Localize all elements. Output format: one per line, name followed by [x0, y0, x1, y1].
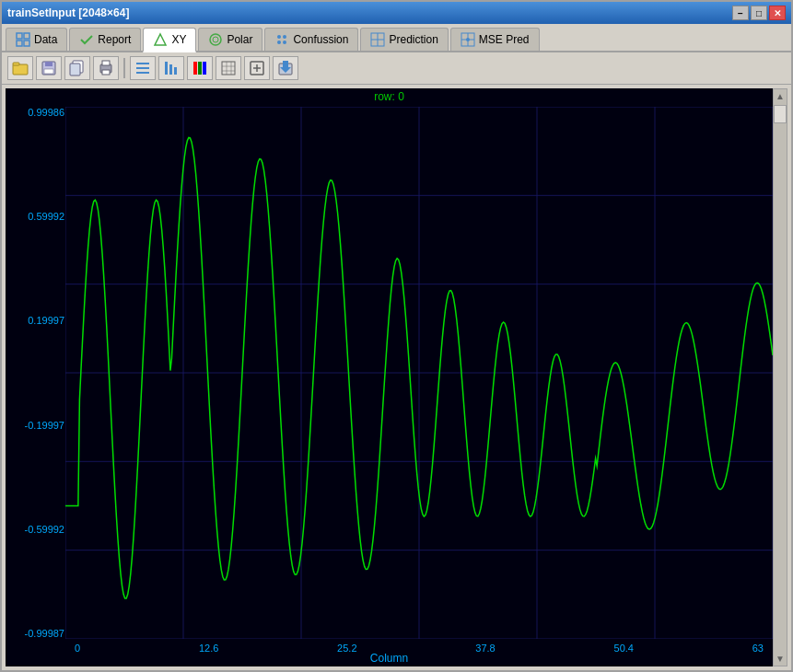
- check-icon: [79, 32, 94, 47]
- toolbar-export-button[interactable]: [273, 56, 298, 80]
- toolbar-save-button[interactable]: [36, 56, 62, 80]
- export-icon: [277, 60, 294, 76]
- print-icon: [98, 60, 114, 76]
- plot-area: [65, 107, 773, 639]
- chart-container: row: 0 0.99986 0.59992 0.19997 -0.19997 …: [6, 88, 773, 666]
- toolbar-bars-button[interactable]: [158, 56, 184, 80]
- scrollbar-right[interactable]: ▲ ▼: [773, 88, 787, 666]
- svg-rect-1: [24, 33, 29, 39]
- tab-report[interactable]: Report: [69, 28, 141, 51]
- toolbar-grid-button[interactable]: [216, 56, 241, 80]
- toolbar-lines-button[interactable]: [130, 56, 156, 80]
- tab-msepred-label: MSE Pred: [479, 33, 530, 46]
- svg-point-8: [283, 35, 286, 39]
- tab-xy[interactable]: XY: [143, 28, 196, 52]
- tab-polar[interactable]: Polar: [198, 28, 262, 51]
- svg-rect-37: [222, 62, 235, 75]
- chart-inner: row: 0 0.99986 0.59992 0.19997 -0.19997 …: [6, 88, 773, 666]
- toolbar-copy-button[interactable]: [64, 56, 90, 80]
- title-bar: trainSetInput [2048×64] − □ ✕: [2, 2, 791, 24]
- tab-msepred[interactable]: MSE Pred: [450, 28, 540, 51]
- svg-point-6: [213, 37, 218, 42]
- save-icon: [41, 60, 57, 76]
- svg-rect-33: [174, 67, 177, 75]
- svg-rect-19: [13, 63, 19, 65]
- color-icon: [192, 60, 208, 76]
- tab-polar-label: Polar: [227, 33, 252, 46]
- toolbar-zoom-button[interactable]: [244, 56, 270, 80]
- y-label-1: 0.59992: [9, 211, 64, 222]
- toolbar-print-button[interactable]: [93, 56, 119, 80]
- y-label-3: -0.19997: [9, 420, 64, 431]
- svg-rect-32: [169, 64, 172, 75]
- svg-point-7: [277, 35, 281, 39]
- polar-icon: [208, 32, 223, 47]
- close-button[interactable]: ✕: [769, 6, 786, 20]
- svg-rect-24: [70, 64, 80, 75]
- xy-icon: [153, 32, 168, 47]
- svg-rect-18: [13, 64, 28, 75]
- y-label-4: -0.59992: [9, 524, 64, 535]
- tab-prediction[interactable]: Prediction: [360, 28, 448, 51]
- y-label-2: 0.19997: [9, 315, 64, 326]
- svg-point-5: [210, 34, 221, 45]
- svg-point-17: [466, 38, 470, 41]
- toolbar-open-button[interactable]: [7, 56, 33, 80]
- svg-rect-34: [193, 62, 197, 75]
- svg-rect-2: [17, 41, 22, 46]
- zoom-icon: [249, 60, 265, 76]
- y-label-0: 0.99986: [9, 107, 64, 118]
- folder-icon: [12, 60, 29, 76]
- svg-rect-3: [24, 41, 29, 46]
- bars-icon: [163, 60, 180, 76]
- toolbar-color-button[interactable]: [187, 56, 213, 80]
- conf-icon: [274, 32, 289, 47]
- svg-point-10: [283, 41, 286, 44]
- main-window: trainSetInput [2048×64] − □ ✕ Data Repor…: [0, 0, 793, 672]
- y-label-5: -0.99987: [9, 628, 64, 639]
- svg-rect-21: [45, 62, 52, 66]
- tab-report-label: Report: [98, 33, 131, 46]
- tab-prediction-label: Prediction: [389, 33, 437, 46]
- maximize-button[interactable]: □: [751, 6, 767, 20]
- chart-area: row: 0 0.99986 0.59992 0.19997 -0.19997 …: [2, 85, 791, 670]
- row-label: row: 0: [6, 88, 773, 105]
- title-bar-buttons: − □ ✕: [732, 6, 786, 20]
- tab-confussion[interactable]: Confussion: [264, 28, 358, 51]
- tab-data[interactable]: Data: [6, 28, 67, 51]
- svg-rect-22: [44, 69, 53, 74]
- scroll-down-button[interactable]: ▼: [774, 652, 787, 666]
- svg-point-9: [277, 41, 281, 44]
- scroll-up-button[interactable]: ▲: [774, 89, 787, 103]
- y-axis-labels: 0.99986 0.59992 0.19997 -0.19997 -0.5999…: [6, 107, 65, 639]
- svg-rect-31: [165, 62, 168, 75]
- chart-icon: [220, 60, 237, 76]
- svg-marker-4: [155, 34, 166, 45]
- copy-icon: [69, 60, 86, 76]
- toolbar: [2, 52, 791, 85]
- svg-rect-27: [102, 70, 110, 75]
- toolbar-sep1: [123, 58, 125, 78]
- pred-icon: [370, 32, 385, 47]
- mse-icon: [461, 32, 475, 47]
- window-title: trainSetInput [2048×64]: [7, 6, 129, 19]
- tab-xy-label: XY: [171, 33, 186, 46]
- lines-icon: [134, 60, 151, 76]
- tab-confussion-label: Confussion: [293, 33, 348, 46]
- plot-canvas: [65, 107, 773, 639]
- svg-rect-36: [203, 62, 206, 75]
- scrollbar-thumb[interactable]: [774, 105, 787, 123]
- tab-bar: Data Report XY Polar: [2, 24, 791, 52]
- tab-data-label: Data: [34, 33, 57, 46]
- x-axis-title: Column: [6, 652, 773, 665]
- minimize-button[interactable]: −: [732, 6, 749, 20]
- svg-rect-0: [17, 33, 22, 39]
- grid-icon: [16, 32, 30, 47]
- svg-rect-35: [198, 62, 202, 75]
- svg-rect-26: [102, 61, 110, 65]
